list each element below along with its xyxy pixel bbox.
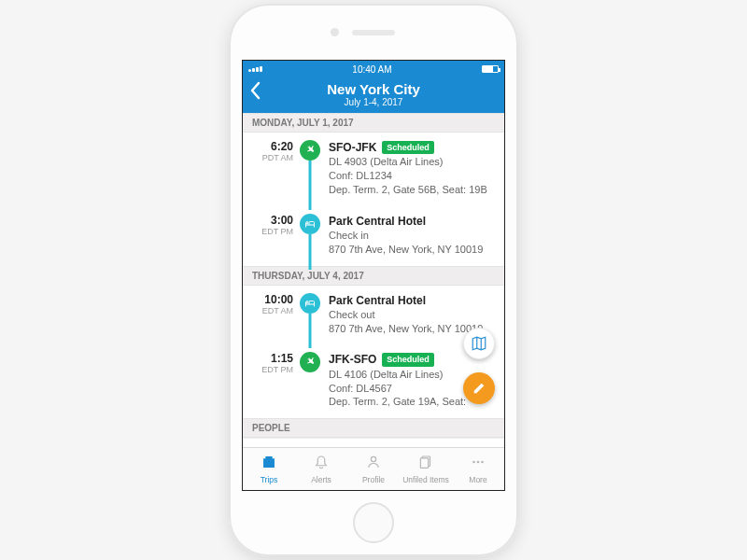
item-detail: Park Central HotelCheck in870 7th Ave, N… bbox=[323, 214, 495, 257]
time-column: 6:20PDT AM bbox=[252, 140, 297, 197]
item-tz: EDT PM bbox=[252, 365, 293, 374]
phone-frame: 10:40 AM New York City July 1-4, 2017 MO… bbox=[229, 4, 518, 556]
svg-point-0 bbox=[371, 456, 375, 461]
icon-column bbox=[297, 140, 323, 197]
status-badge: Scheduled bbox=[382, 141, 434, 154]
edit-fab[interactable] bbox=[463, 372, 495, 404]
pencil-icon bbox=[472, 381, 486, 396]
tab-label: More bbox=[469, 475, 486, 484]
item-time: 6:20 bbox=[252, 140, 293, 153]
item-line: Conf: DL1234 bbox=[329, 169, 495, 183]
home-button[interactable] bbox=[353, 502, 394, 543]
tab-unfiled[interactable]: Unfiled Items bbox=[400, 448, 452, 490]
item-time: 10:00 bbox=[252, 293, 293, 306]
item-title: SFO-JFK bbox=[329, 140, 376, 155]
timeline-connector bbox=[309, 234, 312, 270]
tab-profile[interactable]: Profile bbox=[347, 448, 400, 490]
time-column: 1:15EDT PM bbox=[252, 352, 297, 409]
tab-alerts[interactable]: Alerts bbox=[295, 448, 347, 490]
hotel-icon bbox=[300, 214, 320, 234]
svg-point-3 bbox=[472, 461, 475, 464]
date-header: THURSDAY, JULY 4, 2017 bbox=[243, 266, 504, 286]
trip-title: New York City bbox=[243, 81, 504, 97]
time-column: 3:00EDT PM bbox=[252, 214, 297, 257]
item-time: 3:00 bbox=[252, 214, 293, 227]
more-icon bbox=[470, 454, 486, 474]
app-screen: 10:40 AM New York City July 1-4, 2017 MO… bbox=[242, 60, 505, 491]
tab-trips[interactable]: Trips bbox=[243, 448, 295, 490]
tab-label: Trips bbox=[261, 475, 278, 484]
item-title: Park Central Hotel bbox=[329, 293, 426, 308]
phone-camera bbox=[331, 28, 339, 36]
plane-icon bbox=[300, 140, 320, 161]
item-detail: SFO-JFKScheduledDL 4903 (Delta Air Lines… bbox=[323, 140, 495, 197]
travelers-row[interactable]: ›TravelersSam bbox=[243, 438, 504, 447]
itinerary-item[interactable]: 3:00EDT PMPark Central HotelCheck in870 … bbox=[243, 206, 504, 266]
item-line: Dep. Term. 2, Gate 56B, Seat: 19B bbox=[329, 183, 495, 197]
trips-icon bbox=[261, 454, 277, 474]
item-time: 1:15 bbox=[252, 352, 293, 365]
timeline-connector bbox=[309, 161, 312, 210]
icon-column bbox=[297, 214, 323, 257]
tab-label: Alerts bbox=[311, 475, 331, 484]
signal-icon bbox=[248, 66, 262, 72]
tab-label: Profile bbox=[362, 475, 385, 484]
svg-point-4 bbox=[477, 461, 480, 464]
trip-dates: July 1-4, 2017 bbox=[243, 97, 504, 107]
phone-speaker bbox=[352, 30, 395, 35]
trip-header: New York City July 1-4, 2017 bbox=[243, 77, 504, 113]
map-fab[interactable] bbox=[463, 328, 495, 359]
icon-column bbox=[297, 293, 323, 336]
tab-bar: TripsAlertsProfileUnfiled ItemsMore bbox=[243, 447, 504, 490]
item-line: Check out bbox=[329, 308, 495, 322]
item-tz: EDT AM bbox=[252, 306, 293, 315]
hotel-icon bbox=[300, 293, 320, 314]
itinerary-item[interactable]: 6:20PDT AMSFO-JFKScheduledDL 4903 (Delta… bbox=[243, 133, 504, 206]
svg-rect-2 bbox=[420, 458, 428, 469]
item-detail: Park Central HotelCheck out870 7th Ave, … bbox=[323, 293, 495, 336]
item-line: DL 4903 (Delta Air Lines) bbox=[329, 155, 495, 169]
people-header: PEOPLE bbox=[243, 418, 504, 438]
icon-column bbox=[297, 352, 323, 409]
item-tz: EDT PM bbox=[252, 227, 293, 236]
alerts-icon bbox=[313, 454, 330, 474]
item-line: Check in bbox=[329, 229, 495, 243]
tab-label: Unfiled Items bbox=[402, 475, 449, 484]
status-time: 10:40 AM bbox=[352, 64, 391, 75]
item-title: JFK-SFO bbox=[329, 352, 376, 367]
plane-icon bbox=[300, 352, 320, 372]
status-badge: Scheduled bbox=[382, 353, 434, 366]
profile-icon bbox=[365, 454, 382, 474]
unfiled-icon bbox=[417, 454, 434, 474]
time-column: 10:00EDT AM bbox=[252, 293, 297, 336]
map-icon bbox=[471, 335, 487, 352]
status-bar: 10:40 AM bbox=[243, 61, 504, 77]
item-tz: PDT AM bbox=[252, 153, 293, 162]
date-header: MONDAY, JULY 1, 2017 bbox=[243, 113, 504, 133]
item-line: 870 7th Ave, New York, NY 10019 bbox=[329, 243, 495, 257]
item-title: Park Central Hotel bbox=[329, 214, 426, 229]
timeline-connector bbox=[309, 314, 312, 349]
svg-point-5 bbox=[481, 461, 484, 464]
battery-icon bbox=[482, 65, 499, 73]
tab-more[interactable]: More bbox=[452, 448, 504, 490]
